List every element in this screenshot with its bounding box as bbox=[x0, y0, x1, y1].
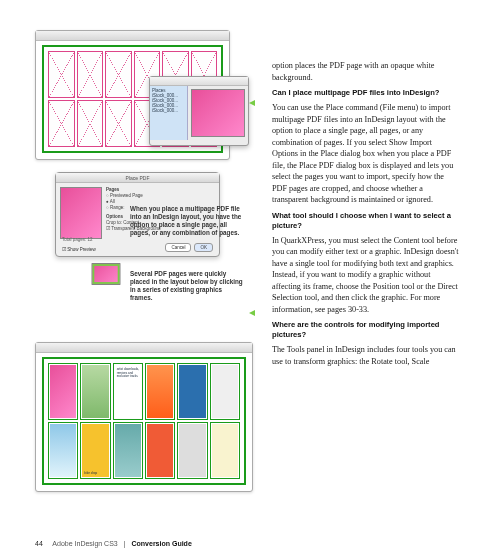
indesign-window-empty: Places iStock_000... iStock_000... iStoc… bbox=[35, 30, 230, 160]
opt-all[interactable]: All bbox=[110, 199, 115, 204]
layout-pasteboard-filled: artist downloads, remixes and exclusive … bbox=[42, 357, 246, 485]
window-titlebar bbox=[36, 31, 229, 41]
question-multipage-pdf: Can I place multipage PDF files into InD… bbox=[272, 88, 460, 98]
empty-frame bbox=[105, 51, 132, 98]
answer-select-tool: In QuarkXPress, you must select the Cont… bbox=[272, 235, 460, 316]
placed-page bbox=[145, 422, 175, 479]
empty-frame bbox=[105, 100, 132, 147]
caption-place-dialog: When you place a multipage PDF file into… bbox=[130, 205, 245, 237]
answer-modify-controls: The Tools panel in InDesign includes fou… bbox=[272, 344, 460, 367]
loaded-pdf-cursor-icon bbox=[92, 263, 121, 285]
panel-preview bbox=[188, 86, 248, 140]
window-titlebar bbox=[36, 343, 252, 353]
callout-arrow-icon bbox=[249, 310, 255, 316]
footer-doc-title: Conversion Guide bbox=[131, 540, 191, 547]
crop-label: Crop to: bbox=[106, 220, 122, 225]
placed-page: bike shop bbox=[80, 422, 110, 479]
placed-page: artist downloads, remixes and exclusive … bbox=[113, 363, 143, 420]
caption-placed-series: Several PDF pages were quickly placed in… bbox=[130, 270, 245, 302]
page-footer: 44 Adobe InDesign CS3 | Conversion Guide bbox=[35, 540, 192, 547]
placed-page bbox=[210, 363, 240, 420]
indesign-window-filled: artist downloads, remixes and exclusive … bbox=[35, 342, 253, 492]
placed-page bbox=[145, 363, 175, 420]
preview-thumbnail bbox=[191, 89, 245, 137]
placed-page bbox=[210, 422, 240, 479]
panel-titlebar bbox=[150, 77, 248, 86]
placed-page bbox=[177, 363, 207, 420]
placed-page bbox=[48, 363, 78, 420]
cancel-button[interactable]: Cancel bbox=[165, 243, 191, 252]
ok-button[interactable]: OK bbox=[194, 243, 213, 252]
file-list[interactable]: Places iStock_000... iStock_000... iStoc… bbox=[150, 86, 188, 140]
show-preview-check[interactable]: ☑ Show Preview bbox=[62, 247, 96, 252]
question-modify-controls: Where are the controls for modifying imp… bbox=[272, 320, 460, 340]
opt-range[interactable]: Range: bbox=[110, 205, 125, 210]
page-number: 44 bbox=[35, 540, 43, 547]
empty-frame bbox=[48, 100, 75, 147]
answer-multipage-pdf: You can use the Place command (File menu… bbox=[272, 102, 460, 206]
body-intro-tail: option places the PDF page with an opaqu… bbox=[272, 60, 460, 83]
question-select-tool: What tool should I choose when I want to… bbox=[272, 211, 460, 231]
footer-product: Adobe InDesign CS3 bbox=[52, 540, 117, 547]
empty-frame bbox=[77, 100, 104, 147]
placed-page bbox=[48, 422, 78, 479]
footer-sep: | bbox=[124, 540, 126, 547]
callout-arrow-icon bbox=[249, 100, 255, 106]
dialog-title: Place PDF bbox=[56, 173, 219, 183]
opt-previewed[interactable]: Previewed Page bbox=[110, 193, 143, 198]
placed-page bbox=[113, 422, 143, 479]
empty-frame bbox=[77, 51, 104, 98]
empty-frame bbox=[48, 51, 75, 98]
body-text-column: option places the PDF page with an opaqu… bbox=[272, 60, 460, 371]
placed-page bbox=[177, 422, 207, 479]
total-pages: Total pages: 12 bbox=[62, 237, 93, 242]
placed-page bbox=[80, 363, 110, 420]
place-panel[interactable]: Places iStock_000... iStock_000... iStoc… bbox=[149, 76, 249, 146]
dialog-preview-thumb bbox=[60, 187, 102, 239]
